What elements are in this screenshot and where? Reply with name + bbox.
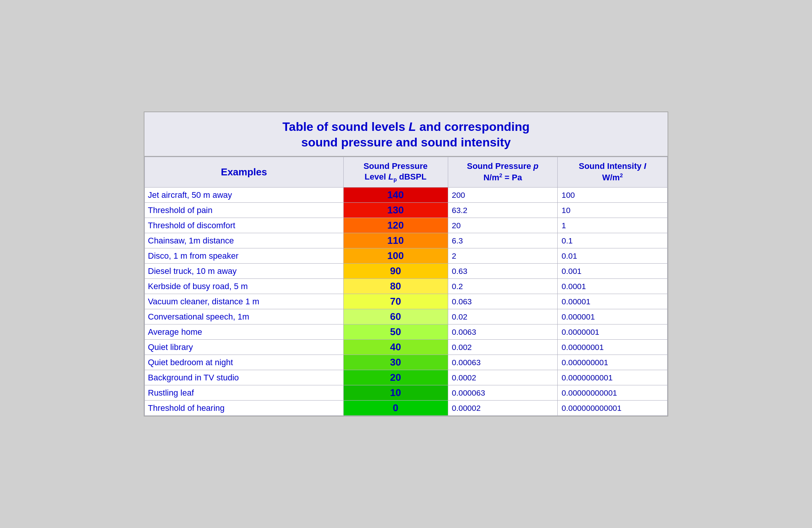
sp-cell: 63.2 [448, 203, 558, 218]
table-row: Vacuum cleaner, distance 1 m700.0630.000… [145, 294, 668, 309]
sp-cell: 200 [448, 188, 558, 203]
example-cell: Vacuum cleaner, distance 1 m [145, 294, 344, 309]
si-cell: 0.000000000001 [558, 401, 668, 416]
si-cell: 100 [558, 188, 668, 203]
sp-cell: 0.0002 [448, 370, 558, 385]
example-cell: Quiet library [145, 340, 344, 355]
example-cell: Jet aircraft, 50 m away [145, 188, 344, 203]
main-container: Table of sound levels L and correspondin… [144, 111, 668, 417]
spl-cell: 140 [343, 188, 448, 203]
si-cell: 0.0000000001 [558, 370, 668, 385]
example-cell: Threshold of hearing [145, 401, 344, 416]
sp-cell: 0.00063 [448, 355, 558, 370]
spl-header: Sound PressureLevel Lp dBSPL [343, 157, 448, 188]
spl-cell: 30 [343, 355, 448, 370]
table-row: Conversational speech, 1m600.020.000001 [145, 309, 668, 324]
sp-cell: 6.3 [448, 233, 558, 248]
table-header-row: Examples Sound PressureLevel Lp dBSPL So… [145, 157, 668, 188]
table-row: Threshold of pain13063.210 [145, 203, 668, 218]
table-row: Quiet bedroom at night300.000630.0000000… [145, 355, 668, 370]
sp-cell: 2 [448, 248, 558, 264]
example-cell: Average home [145, 324, 344, 340]
sp-cell: 0.063 [448, 294, 558, 309]
example-cell: Rustling leaf [145, 385, 344, 401]
sp-cell: 0.000063 [448, 385, 558, 401]
sound-table: Examples Sound PressureLevel Lp dBSPL So… [144, 157, 668, 416]
table-row: Disco, 1 m from speaker10020.01 [145, 248, 668, 264]
si-cell: 0.000001 [558, 309, 668, 324]
si-cell: 0.001 [558, 264, 668, 279]
sp-cell: 0.00002 [448, 401, 558, 416]
table-row: Rustling leaf100.0000630.00000000001 [145, 385, 668, 401]
spl-cell: 20 [343, 370, 448, 385]
table-row: Diesel truck, 10 m away900.630.001 [145, 264, 668, 279]
spl-cell: 120 [343, 218, 448, 233]
example-cell: Kerbside of busy road, 5 m [145, 279, 344, 294]
table-row: Threshold of hearing00.000020.0000000000… [145, 401, 668, 416]
examples-header-label: Examples [221, 166, 267, 178]
sp-cell: 0.02 [448, 309, 558, 324]
sp-cell: 0.0063 [448, 324, 558, 340]
si-cell: 1 [558, 218, 668, 233]
sp-header: Sound Pressure pN/m2 = Pa [448, 157, 558, 188]
sp-cell: 0.002 [448, 340, 558, 355]
si-cell: 0.000000001 [558, 355, 668, 370]
si-cell: 0.01 [558, 248, 668, 264]
spl-cell: 40 [343, 340, 448, 355]
example-cell: Disco, 1 m from speaker [145, 248, 344, 264]
example-cell: Chainsaw, 1m distance [145, 233, 344, 248]
spl-cell: 60 [343, 309, 448, 324]
si-cell: 0.0000001 [558, 324, 668, 340]
si-cell: 0.0001 [558, 279, 668, 294]
sp-cell: 0.2 [448, 279, 558, 294]
example-cell: Diesel truck, 10 m away [145, 264, 344, 279]
title-text: Table of sound levels L and correspondin… [148, 119, 664, 151]
spl-cell: 10 [343, 385, 448, 401]
table-body: Jet aircraft, 50 m away140200100Threshol… [145, 188, 668, 416]
table-row: Background in TV studio200.00020.0000000… [145, 370, 668, 385]
table-title: Table of sound levels L and correspondin… [144, 112, 668, 157]
example-cell: Background in TV studio [145, 370, 344, 385]
spl-cell: 50 [343, 324, 448, 340]
spl-cell: 110 [343, 233, 448, 248]
si-cell: 0.00000001 [558, 340, 668, 355]
si-cell: 0.1 [558, 233, 668, 248]
example-cell: Threshold of pain [145, 203, 344, 218]
example-cell: Quiet bedroom at night [145, 355, 344, 370]
spl-cell: 70 [343, 294, 448, 309]
table-row: Jet aircraft, 50 m away140200100 [145, 188, 668, 203]
spl-cell: 90 [343, 264, 448, 279]
table-row: Chainsaw, 1m distance1106.30.1 [145, 233, 668, 248]
table-row: Threshold of discomfort120201 [145, 218, 668, 233]
table-row: Quiet library400.0020.00000001 [145, 340, 668, 355]
table-row: Average home500.00630.0000001 [145, 324, 668, 340]
sp-cell: 0.63 [448, 264, 558, 279]
examples-header: Examples [145, 157, 344, 188]
spl-cell: 80 [343, 279, 448, 294]
spl-cell: 100 [343, 248, 448, 264]
sp-cell: 20 [448, 218, 558, 233]
spl-cell: 130 [343, 203, 448, 218]
spl-cell: 0 [343, 401, 448, 416]
table-row: Kerbside of busy road, 5 m800.20.0001 [145, 279, 668, 294]
si-header: Sound Intensity IW/m2 [558, 157, 668, 188]
si-cell: 0.00001 [558, 294, 668, 309]
si-cell: 10 [558, 203, 668, 218]
si-cell: 0.00000000001 [558, 385, 668, 401]
example-cell: Threshold of discomfort [145, 218, 344, 233]
example-cell: Conversational speech, 1m [145, 309, 344, 324]
